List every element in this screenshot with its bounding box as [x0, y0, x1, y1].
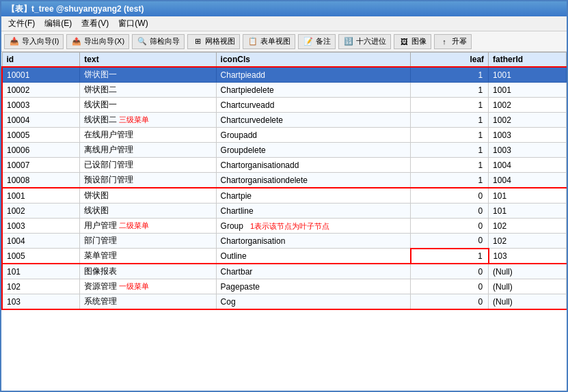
- filter-wizard-button[interactable]: 🔍 筛检向导: [132, 34, 185, 49]
- cell-text: 线状图二 三级菜单: [80, 113, 216, 128]
- export-wizard-button[interactable]: 📤 导出向导(X): [66, 34, 129, 49]
- import-wizard-button[interactable]: 📥 导入向导(I): [4, 34, 64, 49]
- cell-id: 10007: [2, 158, 80, 173]
- annotation-level1: 一级菜单: [117, 282, 149, 290]
- cell-fatherId: 101: [489, 204, 567, 219]
- col-header-fatherId: fatherId: [489, 53, 567, 68]
- table-row[interactable]: 10006离线用户管理Groupdelete11003: [2, 143, 567, 158]
- cell-iconCls: Chartpie: [216, 188, 411, 204]
- form-icon: 📋: [247, 36, 258, 47]
- cell-text: 饼状图二: [80, 83, 216, 98]
- cell-leaf: 0: [411, 219, 489, 234]
- cell-leaf: 1: [411, 113, 489, 128]
- menu-window[interactable]: 窗口(W): [114, 16, 152, 31]
- cell-leaf: 1: [411, 67, 489, 83]
- table-row[interactable]: 101图像报表Chartbar0(Null): [2, 264, 567, 279]
- table-row[interactable]: 10003线状图一Chartcurveadd11002: [2, 98, 567, 113]
- cell-iconCls: Chartline: [216, 204, 411, 219]
- cell-text: 部门管理: [80, 234, 216, 249]
- leaf-annotation: 1表示该节点为叶子节点: [250, 221, 329, 232]
- cell-id: 1005: [2, 249, 80, 264]
- cell-fatherId: (Null): [489, 279, 567, 294]
- cell-fatherId: (Null): [489, 264, 567, 279]
- cell-iconCls: Chartpieadd: [216, 67, 411, 83]
- table-row[interactable]: 1001饼状图Chartpie0101: [2, 188, 567, 204]
- cell-text: 在线用户管理: [80, 128, 216, 143]
- cell-leaf: 0: [411, 204, 489, 219]
- cell-leaf: 0: [411, 234, 489, 249]
- cell-fatherId: 102: [489, 219, 567, 234]
- image-icon: 🖼: [398, 36, 409, 47]
- cell-id: 10001: [2, 67, 80, 83]
- menu-edit[interactable]: 编辑(E): [40, 16, 76, 31]
- cell-id: 10005: [2, 128, 80, 143]
- col-header-text: text: [80, 53, 216, 68]
- main-window: 【表】t_tree @shuyangyang2 (test) 文件(F) 编辑(…: [0, 0, 568, 392]
- table-row[interactable]: 10008预设部门管理Chartorganisationdelete11004: [2, 173, 567, 188]
- hex-button[interactable]: 🔢 十六进位: [338, 34, 391, 49]
- title-bar: 【表】t_tree @shuyangyang2 (test): [1, 1, 567, 16]
- note-icon: 📝: [303, 36, 314, 47]
- cell-leaf: 0: [411, 264, 489, 279]
- cell-leaf: 1: [411, 173, 489, 188]
- table-row[interactable]: 10005在线用户管理Groupadd11003: [2, 128, 567, 143]
- cell-text: 资源管理 一级菜单: [80, 279, 216, 294]
- table-row[interactable]: 10001饼状图一Chartpieadd11001: [2, 67, 567, 83]
- menu-bar: 文件(F) 编辑(E) 查看(V) 窗口(W): [1, 16, 567, 31]
- cell-text: 用户管理 二级菜单: [80, 219, 216, 234]
- cell-iconCls: Pagepaste: [216, 279, 411, 294]
- cell-fatherId: 1001: [489, 67, 567, 83]
- cell-fatherId: 1004: [489, 158, 567, 173]
- table-row[interactable]: 102资源管理 一级菜单Pagepaste0(Null): [2, 279, 567, 294]
- table-row[interactable]: 1004部门管理Chartorganisation0102: [2, 234, 567, 249]
- table-row[interactable]: 103系统管理Cog0(Null): [2, 294, 567, 310]
- cell-text: 菜单管理: [80, 249, 216, 264]
- hex-icon: 🔢: [343, 36, 354, 47]
- table-header-row: id text iconCls leaf fatherId: [2, 53, 567, 68]
- cell-fatherId: 1002: [489, 113, 567, 128]
- cell-id: 1002: [2, 204, 80, 219]
- cell-leaf: 1: [411, 98, 489, 113]
- menu-file[interactable]: 文件(F): [4, 16, 39, 31]
- cell-fatherId: 101: [489, 188, 567, 204]
- image-button[interactable]: 🖼 图像: [394, 34, 431, 49]
- cell-id: 101: [2, 264, 80, 279]
- table-row[interactable]: 10004线状图二 三级菜单Chartcurvedelete11002: [2, 113, 567, 128]
- table-row[interactable]: 10002饼状图二Chartpiedelete11001: [2, 83, 567, 98]
- cell-iconCls: Group1表示该节点为叶子节点: [216, 219, 411, 234]
- asc-button[interactable]: ↑ 升幂: [434, 34, 472, 49]
- col-header-id: id: [2, 53, 80, 68]
- cell-id: 1003: [2, 219, 80, 234]
- cell-text: 图像报表: [80, 264, 216, 279]
- cell-fatherId: 1002: [489, 98, 567, 113]
- menu-view[interactable]: 查看(V): [77, 16, 113, 31]
- table-row[interactable]: 10007已设部门管理Chartorganisationadd11004: [2, 158, 567, 173]
- cell-text: 线状图一: [80, 98, 216, 113]
- cell-fatherId: 1001: [489, 83, 567, 98]
- cell-iconCls: Outline: [216, 249, 411, 264]
- grid-view-button[interactable]: ⊞ 网格视图: [187, 34, 240, 49]
- cell-text: 饼状图一: [80, 67, 216, 83]
- table-row[interactable]: 1003用户管理 二级菜单Group1表示该节点为叶子节点0102: [2, 219, 567, 234]
- toolbar: 📥 导入向导(I) 📤 导出向导(X) 🔍 筛检向导 ⊞ 网格视图 📋 表单视图…: [1, 31, 567, 52]
- cell-text: 预设部门管理: [80, 173, 216, 188]
- cell-leaf: 0: [411, 294, 489, 310]
- notes-button[interactable]: 📝 备注: [298, 34, 336, 49]
- cell-leaf: 0: [411, 279, 489, 294]
- export-icon: 📤: [71, 36, 82, 47]
- cell-id: 10004: [2, 113, 80, 128]
- cell-iconCls: Chartcurveadd: [216, 98, 411, 113]
- table-row[interactable]: 1002线状图Chartline0101: [2, 204, 567, 219]
- form-view-button[interactable]: 📋 表单视图: [243, 34, 295, 49]
- cell-text: 离线用户管理: [80, 143, 216, 158]
- cell-fatherId: (Null): [489, 294, 567, 310]
- import-icon: 📥: [9, 36, 20, 47]
- cell-id: 102: [2, 279, 80, 294]
- table-row[interactable]: 1005菜单管理Outline1103: [2, 249, 567, 264]
- cell-id: 10003: [2, 98, 80, 113]
- cell-text: 已设部门管理: [80, 158, 216, 173]
- cell-iconCls: Groupadd: [216, 128, 411, 143]
- annotation-level3: 三级菜单: [117, 115, 149, 124]
- cell-iconCls: Chartorganisationadd: [216, 158, 411, 173]
- cell-fatherId: 1003: [489, 143, 567, 158]
